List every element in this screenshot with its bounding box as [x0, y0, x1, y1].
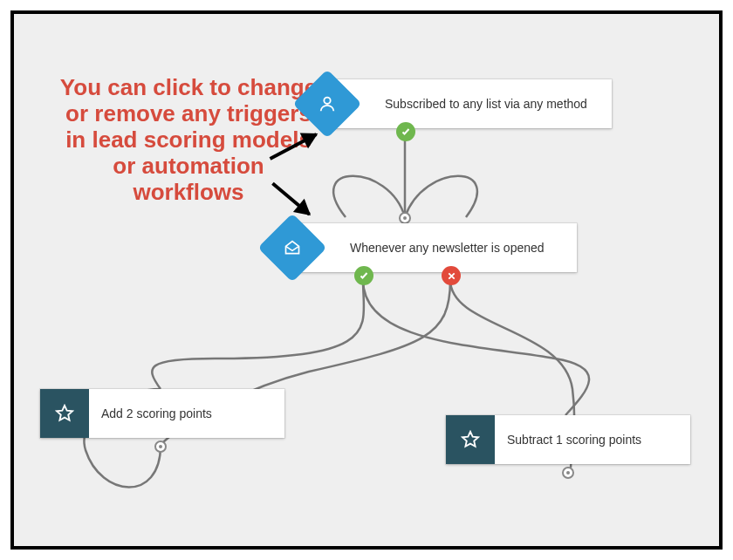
diagram-frame: You can click to change or remove any tr… — [10, 10, 723, 550]
trigger-label: Subscribed to any list via any method — [373, 97, 603, 111]
person-icon — [292, 69, 361, 138]
trigger-node-subscribed[interactable]: Subscribed to any list via any method — [324, 79, 612, 128]
star-icon — [40, 389, 89, 438]
action-node-subtract-points[interactable]: Subtract 1 scoring points — [446, 415, 690, 464]
envelope-open-icon — [257, 213, 326, 282]
action-label: Subtract 1 scoring points — [495, 433, 657, 447]
svg-point-0 — [324, 98, 330, 104]
check-icon[interactable] — [354, 266, 373, 285]
action-label: Add 2 scoring points — [89, 406, 228, 420]
x-icon[interactable] — [442, 266, 461, 285]
trigger-label: Whenever any newsletter is opened — [338, 241, 560, 255]
star-icon — [446, 415, 495, 464]
workflow-canvas: You can click to change or remove any tr… — [14, 14, 719, 546]
check-icon[interactable] — [396, 122, 415, 141]
connector-dot[interactable] — [154, 440, 167, 453]
trigger-node-newsletter-opened[interactable]: Whenever any newsletter is opened — [289, 223, 577, 272]
connector-dot[interactable] — [399, 212, 411, 224]
connector-dot[interactable] — [562, 467, 574, 479]
action-node-add-points[interactable]: Add 2 scoring points — [40, 389, 284, 438]
annotation-text: You can click to change or remove any tr… — [58, 75, 319, 205]
